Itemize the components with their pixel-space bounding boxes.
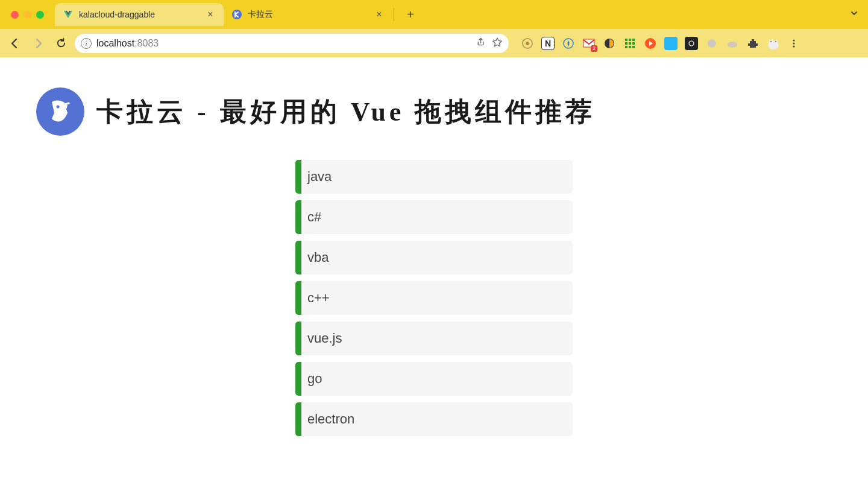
window-close-button[interactable]	[11, 11, 19, 19]
list-item[interactable]: go	[295, 362, 573, 396]
svg-point-22	[770, 41, 772, 42]
tab-active[interactable]: kalacloud-draggable ×	[55, 3, 224, 26]
bookmark-star-icon[interactable]	[492, 37, 503, 50]
list-item[interactable]: electron	[295, 402, 573, 436]
extension-icon[interactable]	[562, 37, 575, 50]
draggable-list: java c# vba c++ vue.js go electron	[295, 160, 573, 436]
list-item-label: vba	[307, 250, 329, 265]
svg-point-16	[689, 41, 694, 46]
tab-title: 卡拉云	[248, 9, 368, 20]
address-bar-row: i localhost:8083 N	[0, 29, 868, 57]
reload-button[interactable]	[52, 34, 70, 52]
svg-point-27	[57, 106, 60, 109]
browser-menu-icon[interactable]	[787, 37, 800, 50]
badge-count: 2	[591, 45, 597, 52]
extension-icon[interactable]	[685, 37, 698, 50]
page-heading: 卡拉云 - 最好用的 Vue 拖拽组件推荐	[36, 87, 832, 136]
kalacloud-favicon-icon	[232, 10, 242, 19]
svg-point-17	[708, 39, 716, 48]
list-item[interactable]: java	[295, 160, 573, 194]
svg-rect-14	[632, 46, 635, 48]
window-minimize-button[interactable]	[24, 11, 31, 19]
extension-icon[interactable]	[603, 37, 616, 50]
tab-bar: kalacloud-draggable × 卡拉云 × +	[0, 0, 868, 29]
address-bar[interactable]: i localhost:8083	[75, 34, 509, 53]
list-item[interactable]: c++	[295, 281, 573, 315]
tab-inactive[interactable]: 卡拉云 ×	[224, 3, 392, 26]
traffic-lights	[11, 11, 44, 19]
extension-icon[interactable]	[664, 37, 678, 50]
page-content: 卡拉云 - 最好用的 Vue 拖拽组件推荐 java c# vba c++ vu…	[0, 57, 868, 466]
extension-icon[interactable]	[521, 37, 534, 50]
site-info-icon[interactable]: i	[81, 38, 92, 49]
list-item-label: electron	[307, 411, 354, 427]
svg-rect-11	[632, 42, 635, 45]
svg-rect-6	[625, 39, 627, 41]
forward-button[interactable]	[29, 34, 47, 52]
close-icon[interactable]: ×	[206, 10, 215, 19]
list-item[interactable]: vue.js	[295, 322, 573, 355]
svg-point-0	[232, 10, 242, 19]
tab-separator	[394, 8, 394, 21]
list-item-label: go	[307, 371, 322, 387]
extension-icons: N 2	[521, 37, 800, 50]
profile-icon[interactable]	[767, 37, 780, 50]
share-icon[interactable]	[476, 37, 486, 49]
extensions-menu-icon[interactable]	[746, 37, 760, 50]
back-button[interactable]	[6, 34, 24, 52]
close-icon[interactable]: ×	[374, 10, 384, 19]
extension-icon[interactable]	[644, 37, 657, 50]
new-tab-button[interactable]: +	[401, 5, 420, 24]
notion-icon[interactable]: N	[541, 37, 555, 50]
extension-icon[interactable]	[623, 37, 637, 50]
list-item-label: java	[307, 169, 332, 185]
svg-point-18	[728, 42, 737, 48]
browser-chrome: kalacloud-draggable × 卡拉云 × + i lo	[0, 0, 868, 57]
tab-list-dropdown[interactable]	[850, 9, 858, 20]
svg-point-25	[793, 42, 794, 44]
list-item-label: c++	[307, 290, 330, 306]
svg-point-23	[775, 41, 776, 42]
svg-rect-10	[629, 42, 631, 45]
svg-rect-12	[625, 46, 627, 48]
svg-rect-13	[629, 46, 631, 48]
svg-rect-7	[629, 39, 631, 41]
tab-title: kalacloud-draggable	[79, 10, 200, 19]
url-text: localhost:8083	[96, 38, 159, 49]
svg-rect-9	[625, 42, 627, 45]
extension-icon[interactable]	[726, 37, 739, 50]
gmail-icon[interactable]: 2	[582, 37, 596, 50]
list-item[interactable]: vba	[295, 241, 573, 274]
extension-icon[interactable]	[705, 37, 719, 50]
svg-point-26	[793, 45, 794, 47]
kalacloud-logo-icon	[36, 87, 84, 136]
vue-favicon-icon	[63, 10, 73, 19]
window-maximize-button[interactable]	[36, 11, 44, 19]
svg-rect-8	[632, 39, 635, 41]
list-item-label: c#	[307, 209, 321, 225]
list-item-label: vue.js	[307, 331, 342, 346]
svg-point-24	[793, 39, 794, 41]
page-title: 卡拉云 - 最好用的 Vue 拖拽组件推荐	[96, 94, 596, 130]
svg-point-2	[526, 42, 529, 45]
list-item[interactable]: c#	[295, 200, 573, 234]
